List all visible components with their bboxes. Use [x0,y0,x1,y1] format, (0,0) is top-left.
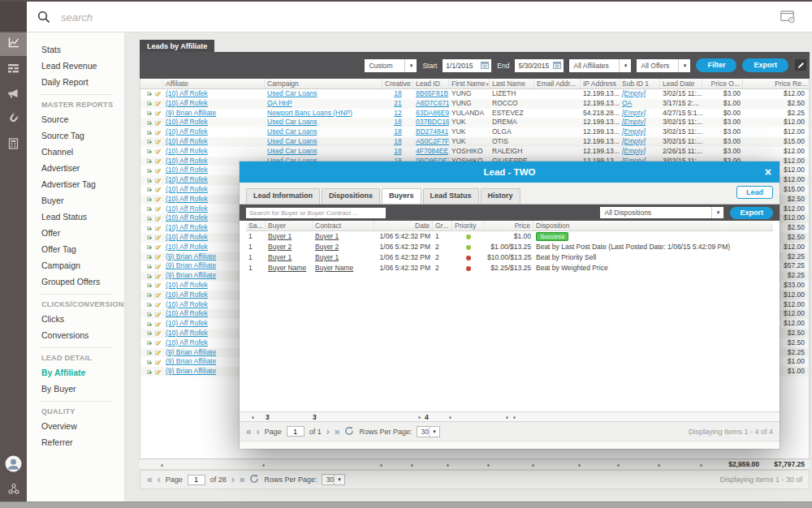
table-row[interactable]: (10) Aff RofekUsed Car Loans18037BDC16YU… [140,118,809,127]
modal-export-button[interactable]: Export [730,207,773,219]
creative-link[interactable]: 18 [382,89,413,99]
lead-id-link[interactable]: A6D7C671 [413,99,449,109]
sub-id-link[interactable]: QA [620,99,660,109]
tab-lead-information[interactable]: Lead Information [246,188,320,204]
export-button[interactable]: Export [742,58,788,72]
lead-id-link[interactable]: BD274841 [413,127,449,137]
buyer-link[interactable]: Buyer 2 [266,242,313,252]
sidebar-item-conversions[interactable]: Conversions [27,327,124,343]
calendar-icon[interactable] [553,61,561,71]
last-page-button[interactable]: » [335,427,340,437]
affiliates-select[interactable]: All Affiliates ▾ [569,59,631,72]
affiliate-link[interactable]: (10) Aff Rofek [163,127,265,137]
column-header-price-re[interactable]: Price Re... [743,79,810,88]
sub-id-link[interactable]: [Empty] [620,109,660,118]
sidebar-item-advertiser-tag[interactable]: Advertiser Tag [27,176,124,192]
column-header-lead-id[interactable]: Lead ID [413,79,449,88]
date-range-select[interactable]: Custom ▾ [365,59,417,72]
column-header-row-icons[interactable] [140,79,163,88]
affiliate-link[interactable]: (10) Aff Rofek [163,137,265,147]
rail-item-conversions[interactable] [0,108,27,131]
report-tab[interactable]: Leads by Affiliate [140,40,214,52]
sort-arrow-icon[interactable]: ▾ [486,81,489,87]
edit-columns-button[interactable] [795,59,806,71]
user-avatar-icon[interactable] [5,455,22,476]
search-input[interactable] [61,8,353,26]
rail-item-reports[interactable] [0,32,27,56]
disposition-success-badge[interactable]: Success [536,232,568,241]
creative-link[interactable]: 18 [382,118,413,127]
campaign-link[interactable]: Used Car Loans [265,118,382,127]
sidebar-item-lead-status[interactable]: Lead Status [27,209,124,225]
creative-link[interactable]: 21 [382,99,413,109]
start-date-field[interactable]: 1/1/2015 [443,59,491,72]
sidebar-item-by-affiliate[interactable]: By Affiliate [27,364,124,381]
end-date-field[interactable]: 5/30/2015 [515,59,564,72]
sidebar-item-stats[interactable]: Stats [27,41,124,58]
table-row[interactable]: (9) Brian AffiliateNewport Banc Loans (H… [140,109,809,118]
affiliate-link[interactable]: (10) Aff Rofek [163,147,265,157]
campaign-link[interactable]: Used Car Loans [265,127,382,137]
column-header-creative[interactable]: Creative [382,79,413,88]
contract-link[interactable]: Buyer 1 [313,231,374,242]
table-row[interactable]: (10) Aff RofekUsed Car Loans18A50C2F7FYU… [140,137,809,147]
lead-id-link[interactable]: 63DA86E9 [413,109,449,118]
column-header-price-o[interactable]: Price O... [702,79,743,88]
column-header-buyer[interactable]: Buyer [266,221,313,230]
rows-per-page-select[interactable]: 30 ▾ [322,474,344,485]
contract-link[interactable]: Buyer 2 [313,242,374,252]
sidebar-item-lead-revenue[interactable]: Lead Revenue [27,58,124,74]
creative-link[interactable]: 18 [382,137,413,147]
column-header-disposition[interactable]: Disposition [533,221,770,230]
tab-dispositions[interactable]: Dispositions [322,188,380,204]
sidebar-item-referrer[interactable]: Referrer [27,434,124,450]
buyer-row[interactable]: 1Buyer 1Buyer 11/06 5:42:32 PM1$1.00Succ… [246,231,773,242]
buyer-row[interactable]: 1Buyer 2Buyer 21/06 5:42:32 PM2$1.00/$13… [246,242,773,252]
calendar-icon[interactable] [481,61,489,71]
sidebar-item-grouped-offers[interactable]: Grouped Offers [27,273,124,290]
lead-id-link[interactable]: 4F7084EE [413,147,449,157]
lead-id-link[interactable]: 8B65F81B [413,89,449,99]
sidebar-item-source[interactable]: Source [27,111,124,127]
lead-id-link[interactable]: A50C2F7F [413,137,449,147]
window-clock-icon[interactable] [780,11,796,27]
column-header-sa[interactable]: Sa... [246,221,266,230]
affiliate-link[interactable]: (9) Brian Affiliate [163,109,265,118]
campaign-link[interactable]: Used Car Loans [265,89,382,99]
sidebar-item-campaign[interactable]: Campaign [27,257,124,273]
close-icon[interactable]: × [765,161,771,183]
tab-history[interactable]: History [481,188,520,204]
last-page-button[interactable]: » [240,475,245,484]
filter-button[interactable]: Filter [696,58,736,72]
sidebar-item-advertiser[interactable]: Advertiser [27,160,124,176]
sub-id-link[interactable]: [Empty] [620,118,660,127]
campaign-link[interactable]: Newport Banc Loans (HNP) [265,109,382,118]
column-header-sub-id-1[interactable]: Sub ID 1 [620,79,660,88]
rail-item-lists[interactable] [0,58,27,81]
sidebar-item-channel[interactable]: Channel [27,144,124,160]
table-row[interactable]: (10) Aff RofekUsed Car Loans188B65F81BYU… [140,89,809,99]
sub-id-link[interactable]: [Empty] [620,137,660,147]
column-header-affiliate[interactable]: Affiliate [163,79,265,88]
buyer-link[interactable]: Buyer 1 [266,231,313,242]
column-header-date[interactable]: Date [374,221,433,230]
sub-id-link[interactable]: [Empty] [620,89,660,99]
sidebar-item-offer-tag[interactable]: Offer Tag [27,241,124,257]
first-page-button[interactable]: « [147,475,153,484]
sidebar-item-offer[interactable]: Offer [27,225,124,241]
offers-select[interactable]: All Offers ▾ [637,59,690,72]
lead-id-link[interactable]: 037BDC16 [413,118,449,127]
app-logo[interactable] [0,2,27,31]
campaign-link[interactable]: Used Car Loans [265,137,382,147]
prev-page-button[interactable]: ‹ [257,427,260,437]
tab-buyers[interactable]: Buyers [382,188,421,204]
lead-button[interactable]: Lead [736,186,773,199]
modal-header[interactable]: Lead - TWO × [240,161,780,183]
affiliate-link[interactable]: (10) Aff Rofek [163,118,265,127]
sidebar-item-clicks[interactable]: Clicks [27,311,124,327]
sidebar-item-buyer[interactable]: Buyer [27,192,124,209]
contract-link[interactable]: Buyer 1 [313,252,374,263]
column-header-gr[interactable]: Gr... [433,221,452,230]
column-header-ip-address[interactable]: IP Address [581,79,620,88]
prev-page-button[interactable]: ‹ [158,475,161,484]
